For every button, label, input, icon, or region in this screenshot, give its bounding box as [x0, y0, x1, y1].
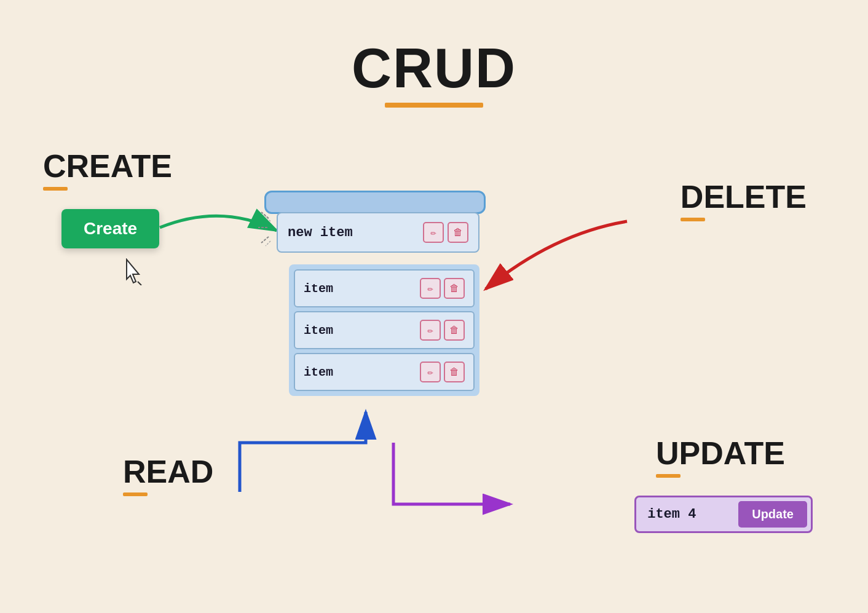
update-label-text: UPDATE [656, 435, 785, 471]
new-item-row: new item ✏ 🗑 [277, 212, 479, 253]
update-input[interactable] [640, 502, 738, 527]
item-text-1: item [304, 282, 333, 296]
item-3-delete-button[interactable]: 🗑 [444, 362, 465, 382]
update-label: UPDATE [656, 435, 785, 478]
list-container [264, 191, 486, 214]
new-item-text: new item [288, 225, 353, 240]
delete-label-text: DELETE [681, 179, 807, 215]
svg-line-7 [261, 237, 269, 243]
update-underline [656, 474, 681, 478]
table-row: item ✏ 🗑 [294, 353, 475, 391]
svg-line-9 [266, 241, 270, 246]
item-3-buttons: ✏ 🗑 [420, 362, 465, 382]
read-label: READ [123, 453, 213, 496]
create-label: CREATE [43, 148, 172, 191]
title-underline [385, 103, 483, 108]
item-2-edit-button[interactable]: ✏ [420, 320, 441, 341]
item-text-3: item [304, 365, 333, 379]
svg-line-0 [138, 282, 141, 285]
read-label-text: READ [123, 454, 213, 489]
create-button[interactable]: Create [61, 209, 159, 248]
create-label-text: CREATE [43, 148, 172, 184]
new-item-buttons: ✏ 🗑 [423, 222, 468, 243]
item-1-buttons: ✏ 🗑 [420, 278, 465, 299]
title-text: CRUD [352, 38, 516, 99]
page-title: CRUD [352, 37, 516, 108]
svg-line-8 [266, 216, 270, 221]
read-underline [123, 492, 148, 496]
create-underline [43, 187, 68, 191]
item-2-delete-button[interactable]: 🗑 [444, 320, 465, 341]
cursor-icon [123, 258, 145, 291]
item-text-2: item [304, 323, 333, 338]
item-3-edit-button[interactable]: ✏ [420, 362, 441, 382]
delete-label: DELETE [681, 178, 807, 221]
update-button[interactable]: Update [738, 501, 807, 528]
svg-line-5 [261, 212, 269, 218]
item-1-edit-button[interactable]: ✏ [420, 278, 441, 299]
item-2-buttons: ✏ 🗑 [420, 320, 465, 341]
items-list: item ✏ 🗑 item ✏ 🗑 item ✏ 🗑 [289, 264, 479, 396]
item-1-delete-button[interactable]: 🗑 [444, 278, 465, 299]
new-item-delete-button[interactable]: 🗑 [448, 222, 468, 243]
new-item-edit-button[interactable]: ✏ [423, 222, 444, 243]
delete-underline [681, 218, 705, 221]
table-row: item ✏ 🗑 [294, 311, 475, 349]
table-row: item ✏ 🗑 [294, 269, 475, 307]
update-area: Update [634, 496, 813, 533]
